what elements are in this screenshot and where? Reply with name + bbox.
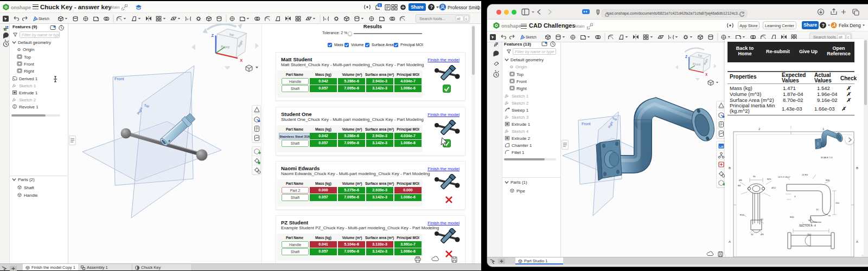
svg-text:SECTION A - A: SECTION A - A: [799, 224, 816, 227]
svg-text:B: B: [856, 166, 858, 170]
svg-text:onshape: onshape: [11, 5, 31, 10]
svg-text:Top: Top: [698, 54, 703, 57]
svg-text:LB: LB: [719, 145, 723, 149]
svg-text:Z: Z: [685, 55, 687, 59]
svg-text:x: x: [187, 17, 189, 21]
svg-text:R25: R25: [767, 178, 771, 180]
svg-text:X: X: [705, 73, 708, 76]
svg-text:Z: Z: [212, 33, 214, 38]
svg-text:Ø12: Ø12: [771, 186, 776, 189]
svg-text:R8: R8: [738, 184, 741, 187]
svg-text:200: 200: [807, 233, 812, 236]
svg-text:X: X: [794, 195, 796, 198]
svg-text:?: ?: [822, 23, 825, 28]
svg-text:x: x: [325, 17, 327, 21]
svg-text:SCALE 1:4: SCALE 1:4: [821, 156, 833, 159]
svg-text:24 5 X 45,0°: 24 5 X 45,0°: [778, 176, 790, 178]
svg-text:24 R3: 24 R3: [802, 173, 808, 176]
svg-text:Search tools...: Search tools...: [419, 16, 445, 21]
svg-text:Top: Top: [229, 33, 234, 37]
svg-text:Professor Smith: Professor Smith: [448, 5, 481, 10]
svg-text:30: 30: [751, 233, 754, 236]
svg-text:A: A: [729, 240, 731, 243]
svg-text:alt: alt: [457, 17, 461, 21]
svg-text:x: x: [670, 36, 672, 39]
svg-text:Sketch: Sketch: [526, 35, 537, 39]
svg-text:Ø9: Ø9: [761, 233, 764, 236]
svg-text:90: 90: [753, 175, 756, 178]
svg-text:A: A: [856, 240, 858, 243]
svg-text:Felix Deng: Felix Deng: [839, 23, 861, 28]
svg-text:10: 10: [816, 208, 819, 211]
svg-text:90: 90: [808, 219, 811, 222]
svg-text:150: 150: [835, 202, 840, 204]
svg-text:Front: Front: [693, 62, 701, 66]
svg-text:Sketch: Sketch: [39, 17, 49, 21]
svg-text:X: X: [240, 58, 242, 63]
svg-text:60: 60: [761, 218, 763, 221]
svg-text:R10: R10: [740, 214, 744, 216]
svg-text:R40: R40: [826, 179, 830, 182]
svg-text:Front: Front: [114, 76, 124, 81]
svg-text:alt: alt: [839, 35, 843, 39]
svg-text:?: ?: [430, 4, 433, 10]
svg-text:B: B: [729, 166, 731, 170]
svg-text:Front: Front: [582, 122, 590, 126]
svg-text:Ø8: Ø8: [739, 179, 742, 182]
svg-text:5: 5: [379, 4, 380, 7]
svg-text:R40: R40: [790, 216, 794, 218]
svg-text:onshape: onshape: [501, 23, 521, 29]
